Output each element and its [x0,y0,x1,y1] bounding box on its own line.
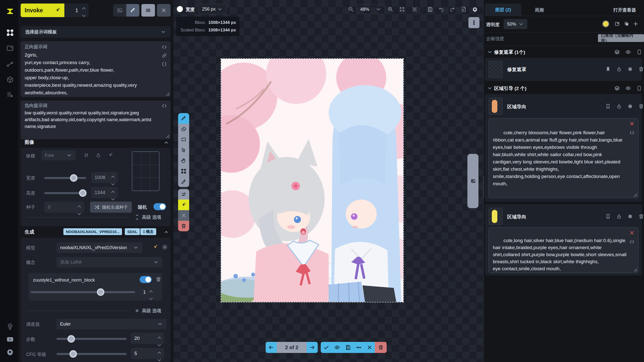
height-input[interactable]: 1344 [91,187,118,198]
tab-layers[interactable]: 图层 (2) [485,4,521,16]
lock-aspect-icon[interactable] [96,152,101,158]
model-select[interactable]: noobaiXLNAIXL_vPred10Version [57,242,142,253]
canvas-settings-gear-icon[interactable] [472,7,478,12]
swap-dimensions-icon[interactable] [84,152,89,158]
remove-prompt-x-icon[interactable] [629,230,635,236]
advanced-options-toggle[interactable]: 高级 选项 [134,308,161,314]
lora-delete-trash-icon[interactable] [156,277,161,282]
discard-trash-button[interactable] [375,342,387,353]
lora-weight-slider-knob[interactable] [97,288,104,296]
lock-icon[interactable] [616,214,622,219]
remove-prompt-x-icon[interactable] [629,121,635,126]
queue-count-input[interactable]: 1 [65,4,89,17]
layer-color-dot-icon[interactable] [627,66,633,72]
code-icon[interactable] [162,44,167,50]
stepper-icons[interactable] [110,174,116,187]
new-file-icon[interactable] [461,7,466,12]
layers-icon[interactable] [614,49,620,55]
resize-grip-icon[interactable] [633,193,637,197]
nav-youtube-icon[interactable] [5,334,16,345]
brush-color-swatch[interactable] [177,6,183,12]
bookmark-icon[interactable] [605,66,611,72]
stepper-icons[interactable] [156,350,162,362]
regional-guidance-layer-row[interactable]: 区域导向 cute,cherry blossoms,hair flower,pi… [485,94,642,202]
model-sparkle-icon[interactable] [152,244,158,250]
next-image-button[interactable] [307,342,318,353]
steps-input[interactable]: 20 [131,333,164,344]
lock-icon[interactable] [616,104,622,109]
lock-icon[interactable] [616,66,622,72]
steps-slider-knob[interactable] [67,335,75,343]
add-layer-plus-icon[interactable] [633,21,638,27]
visibility-eye-icon[interactable] [625,85,631,91]
frame-icon[interactable] [636,49,642,55]
view-mode-brush-button[interactable] [126,4,139,17]
stepper-icons[interactable] [81,6,87,19]
accept-check-button[interactable] [321,342,332,353]
invoke-button[interactable]: Invoke [21,4,64,17]
width-input[interactable]: 1008 [91,172,118,183]
stepper-icons[interactable] [110,189,116,202]
optimize-sparkle-icon[interactable] [108,152,113,158]
delete-layer-trash-icon[interactable] [638,214,644,219]
seed-input[interactable]: 0 [44,202,84,213]
redo-icon[interactable] [450,7,455,12]
nav-gallery-icon[interactable] [5,43,16,54]
lora-enable-toggle[interactable] [140,276,152,283]
menu-button[interactable] [141,4,155,17]
prompt-template-picker[interactable]: 选择提示词模板 [21,26,171,38]
save-image-button[interactable] [342,342,353,353]
aspect-select[interactable]: Free [41,150,75,160]
stepper-icons[interactable] [76,204,82,217]
regional-prompt-textarea[interactable]: cute,long hair,silver hair,blue hair,(me… [489,227,638,273]
more-options-kebab-button[interactable] [468,17,479,28]
visibility-eye-icon[interactable] [625,49,631,55]
collapse-chevron-up-icon[interactable] [164,140,169,145]
layer-color-dot-icon[interactable] [627,214,633,219]
resize-grip-icon[interactable] [165,134,169,138]
add-lora-select[interactable]: 添加 LoRA [57,257,162,267]
eraser-tool-button[interactable] [178,124,189,134]
delete-layer-trash-icon[interactable] [638,104,644,109]
nav-workflows-icon[interactable] [5,59,16,70]
inpaint-group-icons[interactable] [614,49,642,55]
negative-prompt-text[interactable]: low quality,worst quality,normal quality… [25,110,165,130]
brush-tool-button[interactable] [178,113,189,124]
stepper-icons[interactable] [148,289,154,302]
cfg-slider-knob[interactable] [69,350,77,358]
opacity-select[interactable]: 50% [504,19,527,29]
nav-help-bulb-icon[interactable] [5,321,16,332]
fit-to-screen-icon[interactable] [399,7,405,12]
staging-area-toggle[interactable] [467,154,478,208]
positive-prompt-box[interactable]: 正向提示词 2girls, yuri,eye contact,princess … [21,41,171,97]
code-icon[interactable] [162,103,167,109]
layer-color-dot-icon[interactable] [627,104,633,109]
chevron-down-icon[interactable] [487,85,493,91]
lora-weight-input[interactable]: 1 [140,287,156,298]
inpaint-mask-layer-row[interactable]: 修复遮罩 [485,58,642,81]
select-tool-button[interactable] [178,145,189,155]
prev-image-button[interactable] [266,342,277,353]
bookmark-icon[interactable] [605,214,611,219]
brush-width-select[interactable]: 256 px [198,4,226,14]
nav-canvas-icon[interactable] [5,27,16,38]
layer-color-swatch[interactable] [602,20,609,27]
braces-icon[interactable] [162,61,167,67]
rect-tool-button[interactable] [178,134,189,145]
tab-gallery[interactable]: 画廊 [528,7,551,13]
random-seed-toggle[interactable] [153,203,166,210]
layers-icon[interactable] [614,85,620,91]
duplicate-icon[interactable] [624,21,629,27]
positive-prompt-text[interactable]: 2girls, yuri,eye contact,princess carry,… [25,51,160,97]
nav-settings-gear-icon[interactable] [5,346,16,357]
negative-prompt-box[interactable]: 负向提示词 low quality,worst quality,normal q… [21,101,171,139]
fit-layer-icon[interactable] [614,21,620,27]
transform-tool-button[interactable] [178,166,189,176]
link-icon[interactable] [162,53,167,58]
generated-image[interactable] [221,58,404,302]
undo-icon[interactable] [438,7,444,12]
pan-tool-button[interactable] [178,155,189,166]
delete-button[interactable] [178,221,189,231]
fit-bbox-icon[interactable] [412,7,417,12]
regional-guidance-layer-row[interactable]: 区域导向 cute,long hair,silver hair,blue hai… [485,204,642,276]
